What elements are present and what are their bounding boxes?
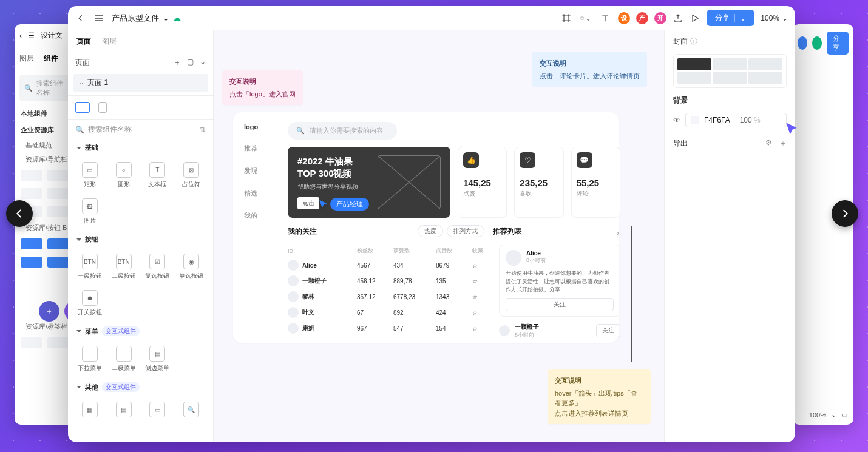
info-icon[interactable]: ⓘ — [690, 36, 697, 47]
tile-rect[interactable]: ▭矩形 — [74, 158, 106, 192]
mock-nav-item[interactable]: 精选 — [244, 189, 278, 198]
chevron-right-icon[interactable]: › — [617, 229, 619, 237]
file-title[interactable]: 产品原型文件 — [112, 13, 159, 24]
table-row[interactable]: 一颗橙子456,12889,78135☆ — [288, 273, 490, 289]
prototype-frame[interactable]: logo 推荐 发现 精选 我的 🔍 请输入你需要搜索的内容 — [233, 112, 619, 343]
star-icon[interactable]: ☆ — [472, 278, 490, 285]
mock-search-input[interactable]: 🔍 请输入你需要搜索的内容 — [288, 122, 397, 140]
section-menu[interactable]: 菜单 — [85, 327, 98, 336]
tab-pages[interactable]: 页面 — [76, 36, 91, 47]
bg-fab-add[interactable]: ＋ — [39, 301, 59, 322]
tile-circle[interactable]: ○圆形 — [108, 158, 140, 192]
mock-stat-card[interactable]: ♡ 235,25 喜欢 — [514, 147, 563, 218]
menu-icon[interactable]: ☰ — [28, 32, 35, 40]
bg-tab-layers[interactable]: 图层 — [19, 53, 34, 64]
table-row[interactable]: Alice45674348679☆ — [288, 257, 490, 273]
device-desktop-icon[interactable] — [75, 102, 90, 113]
bg-share-button[interactable]: 分享 — [827, 32, 849, 55]
bg-search-input[interactable]: 🔍 搜索组件名称 — [19, 75, 70, 101]
chevron-left-icon[interactable]: ‹ — [19, 32, 22, 40]
tile-other-1[interactable]: ▦ — [74, 398, 106, 421]
tile-other-3[interactable]: ▭ — [142, 398, 174, 421]
section-button[interactable]: 按钮 — [85, 235, 98, 244]
export-icon[interactable] — [673, 13, 683, 24]
table-row[interactable]: 黎林367,126778,231343☆ — [288, 289, 490, 305]
table-row[interactable]: 康妍967547154☆ — [288, 320, 490, 336]
tile-placeholder[interactable]: ⊠占位符 — [175, 158, 207, 192]
play-icon[interactable] — [690, 13, 700, 24]
add-export-icon[interactable]: ＋ — [779, 138, 787, 149]
back-icon[interactable] — [75, 13, 86, 24]
user-badge[interactable]: 设 — [618, 12, 630, 24]
canvas[interactable]: 交互说明 点击「logo」进入官网 交互说明 点击「评论卡片」进入评论详情页 交… — [214, 30, 664, 442]
star-icon[interactable]: ☆ — [472, 294, 490, 300]
tile-switch[interactable]: ⏺开关按钮 — [74, 286, 106, 320]
table-row[interactable]: 叶文67892424☆ — [288, 305, 490, 320]
cover-thumbnail[interactable] — [673, 54, 787, 88]
folder-icon[interactable]: ▢ — [187, 58, 194, 68]
star-icon[interactable]: ☆ — [472, 309, 490, 316]
mock-stat-card[interactable]: 💬 55,25 评论 — [571, 147, 620, 218]
chevron-down-icon[interactable]: ⌄ — [163, 13, 169, 22]
user-badge[interactable]: 开 — [654, 12, 666, 24]
tile-other-4[interactable]: 🔍 — [175, 398, 207, 421]
bg-tab-components[interactable]: 组件 — [44, 53, 58, 64]
tile-image[interactable]: 🖼图片 — [74, 195, 106, 229]
mock-hero-button[interactable]: 点击 — [297, 197, 319, 209]
shape-tool-icon[interactable]: ⌄ — [580, 13, 591, 24]
chevron-down-icon[interactable]: ⌄ — [200, 58, 206, 68]
tile-radio[interactable]: ◉单选按钮 — [175, 250, 207, 284]
tile-textbox[interactable]: T文本框 — [142, 158, 174, 192]
color-swatch[interactable] — [691, 116, 699, 124]
annotation-pink[interactable]: 交互说明 点击「logo」进入官网 — [222, 70, 303, 105]
eye-icon[interactable]: 👁 — [673, 116, 680, 124]
tile-dropdown[interactable]: ☰下拉菜单 — [74, 342, 106, 376]
bg-zoom[interactable]: 100% — [809, 411, 826, 419]
bg-sub-navbar[interactable]: 资源库/导航栏 — [15, 152, 75, 166]
tile-checkbox[interactable]: ☑复选按钮 — [142, 250, 174, 284]
frame-tool-icon[interactable] — [561, 13, 572, 24]
mock-reco-card[interactable]: Alice8小时前 开始使用牛油果，创造你想要的！为创作者提供了灵活性，让您可以… — [499, 245, 620, 317]
tile-btn-primary[interactable]: BTN一级按钮 — [74, 250, 106, 284]
tile-btn-secondary[interactable]: BTN二级按钮 — [108, 250, 140, 284]
share-button[interactable]: 分享 ⌄ — [707, 10, 754, 26]
mock-nav-item[interactable]: 发现 — [244, 166, 278, 175]
tile-sidemenu[interactable]: ▤侧边菜单 — [142, 342, 174, 376]
tab-layers[interactable]: 图层 — [102, 36, 117, 47]
bg-color-input[interactable]: F4F6FA 100 % — [685, 113, 787, 127]
carousel-prev-button[interactable] — [6, 200, 33, 227]
annotation-yellow[interactable]: 交互说明 hover「箭头」出现 tips「查看更多」 点击进入推荐列表详情页 — [548, 369, 651, 424]
mock-nav-item[interactable]: 推荐 — [244, 144, 278, 153]
zoom-control[interactable]: 100% ⌄ — [761, 14, 788, 22]
mock-hero-card[interactable]: #2022 牛油果 TOP 300视频 帮助您与世界分享视频 点击 — [288, 147, 450, 218]
star-icon[interactable]: ☆ — [472, 325, 490, 332]
mock-chip-hot[interactable]: 热度 — [418, 225, 443, 237]
tile-other-2[interactable]: ▤ — [108, 398, 140, 421]
component-search-input[interactable]: 搜索组件名称 — [88, 124, 132, 135]
annotation-blue[interactable]: 交互说明 点击「评论卡片」进入评论详情页 — [532, 52, 647, 87]
mock-follow-button[interactable]: 关注 — [506, 298, 614, 311]
chevron-down-icon[interactable]: ⌄ — [831, 411, 836, 419]
settings-icon[interactable]: ⚙ — [765, 138, 772, 149]
bg-sub-basics[interactable]: 基础规范 — [15, 138, 75, 152]
mock-nav-logo[interactable]: logo — [244, 123, 278, 130]
chevron-down-icon[interactable]: ⌄ — [734, 14, 746, 22]
mock-nav-item[interactable]: 我的 — [244, 211, 278, 220]
bg-sub-tabs[interactable]: 资源库/标签栏 — [15, 320, 75, 334]
mock-chip-sort[interactable]: 排列方式 — [447, 225, 484, 237]
user-badge[interactable]: 产 — [636, 12, 648, 24]
text-tool-icon[interactable] — [600, 13, 611, 24]
book-icon[interactable]: ▭ — [841, 411, 847, 419]
star-icon[interactable]: ☆ — [472, 262, 490, 269]
bg-group-enterprise[interactable]: 企业资源库 — [15, 122, 75, 138]
bg-group-local[interactable]: 本地组件 — [15, 106, 75, 122]
page-item[interactable]: ▫ 页面 1 — [73, 74, 208, 92]
add-page-icon[interactable]: ＋ — [174, 58, 181, 68]
mock-follow-button[interactable]: 关注 — [596, 324, 620, 337]
mock-stat-card[interactable]: 👍 145,25 点赞 — [458, 147, 507, 218]
filter-icon[interactable]: ⇅ — [200, 126, 206, 134]
carousel-next-button[interactable] — [832, 200, 858, 227]
section-other[interactable]: 其他 — [85, 383, 98, 392]
menu-icon[interactable] — [93, 13, 104, 24]
section-basic[interactable]: 基础 — [85, 143, 98, 152]
